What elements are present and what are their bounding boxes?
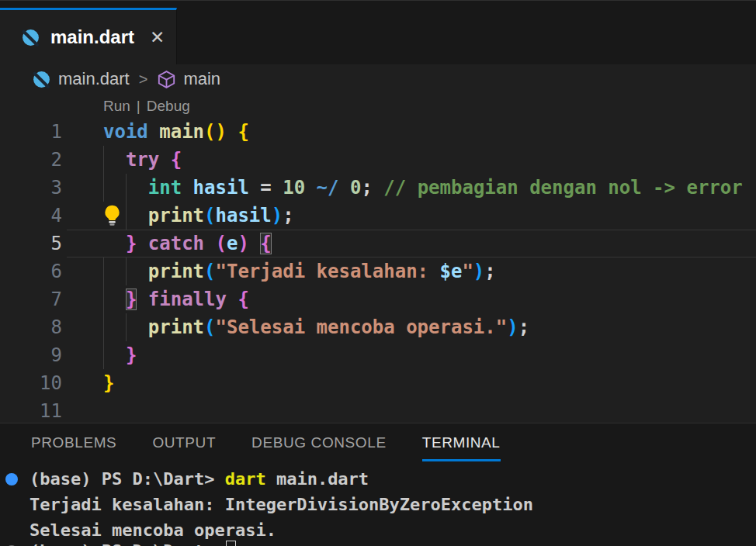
code-token [249,233,260,254]
code-token: ; [518,316,529,338]
terminal-line: Terjadi kesalahan: IntegerDivisionByZero… [0,492,756,517]
code-token: () [204,121,227,143]
code-text: print("Terjadi kesalahan: $e"); [103,257,496,285]
code-token: hasil [193,177,249,199]
line-number: 8 [0,313,62,341]
breadcrumb: main.dart > main [0,64,756,94]
code-line[interactable]: 4 print(hasil); [0,202,756,230]
code-token: } [126,344,137,366]
code-token [137,233,147,254]
line-number: 2 [0,146,62,174]
code-token [182,177,192,199]
panel-tab-debug-console[interactable]: DEBUG CONSOLE [251,431,387,454]
codelens-separator: | [137,98,140,115]
tab-bar: main.dart ✕ [0,8,756,64]
dart-file-icon [21,28,40,47]
code-token: "Terjadi kesalahan: [216,261,440,282]
code-token: hasil [216,205,272,226]
code-token [103,344,126,366]
code-token: print [148,205,204,226]
code-token: } [126,289,137,310]
code-token: print [148,261,204,282]
panel-tab-terminal[interactable]: TERMINAL [422,431,501,454]
editor-tab-main-dart[interactable]: main.dart ✕ [0,8,177,64]
command-decoration-icon[interactable] [5,473,18,486]
code-line[interactable]: 3 int hasil = 10 ~/ 0; // pembagian deng… [0,174,756,202]
code-token: // pembagian dengan nol -> error [383,177,742,199]
code-line[interactable]: 8 print("Selesai mencoba operasi."); [0,313,756,341]
editor: Run | Debug 1void main() {2 try {3 int h… [0,94,756,423]
terminal[interactable]: (base) PS D:\Dart> dart main.dartTerjadi… [0,466,756,546]
line-number: 9 [0,341,62,369]
line-number: 10 [0,369,62,397]
code-token: } [126,233,137,254]
code-text: try { [103,146,182,174]
code-token [305,177,316,199]
breadcrumb-item-file[interactable]: main.dart [58,69,130,89]
line-number: 3 [0,174,62,202]
code-token [103,261,148,282]
code-token [338,177,349,199]
code-token: ; [361,177,383,199]
code-text: void main() { [103,118,249,146]
breadcrumb-item-symbol[interactable]: main [183,69,220,89]
code-token: ) [507,316,518,338]
code-token: ) [272,205,283,226]
terminal-text: Terjadi kesalahan: IntegerDivisionByZero… [29,495,533,514]
code-line[interactable]: 2 try { [0,146,756,174]
code-token: print [148,316,204,338]
code-token: ( [204,205,215,226]
panel-tab-problems[interactable]: PROBLEMS [31,431,116,454]
code-token: ; [484,261,495,282]
code-token: ) [473,261,484,282]
line-number: 11 [0,397,62,423]
line-number: 5 [0,230,62,257]
code-text: } finally { [103,285,249,313]
code-token: "Selesai mencoba operasi." [216,316,508,338]
code-text: } [103,369,114,397]
code-token [103,149,126,171]
code-line[interactable]: 5 } catch (e) { [0,230,756,257]
terminal-text: (base) PS D:\Dart> [29,541,225,546]
code-token: 0 [350,177,361,199]
line-number: 1 [0,118,62,146]
code-text: } catch (e) { [103,230,272,257]
code-token [159,149,170,171]
code-token: { [238,121,248,143]
code-token [103,316,148,338]
terminal-text: (base) PS D:\Dart> [29,469,225,489]
code-lines: 1void main() {2 try {3 int hasil = 10 ~/… [0,118,756,423]
symbol-method-icon [157,70,176,89]
code-line[interactable]: 9 } [0,341,756,369]
code-token: { [260,233,271,254]
panel-tabs: PROBLEMSOUTPUTDEBUG CONSOLETERMINAL [0,423,756,462]
code-token: ; [283,205,293,226]
code-line[interactable]: 6 print("Terjadi kesalahan: $e"); [0,257,756,285]
code-token: e [227,233,238,254]
terminal-line: (base) PS D:\Dart> dart main.dart [0,466,756,492]
line-number: 4 [0,202,62,230]
code-line[interactable]: 7 } finally { [0,285,756,313]
code-token: { [238,289,248,310]
code-token [103,289,126,310]
code-token [204,233,215,254]
code-token: int [148,177,182,199]
code-token [148,121,159,143]
close-icon[interactable]: ✕ [150,29,165,47]
code-token: ( [204,261,215,282]
code-token [227,289,238,310]
code-text: print("Selesai mencoba operasi."); [103,313,529,341]
panel: PROBLEMSOUTPUTDEBUG CONSOLETERMINAL (bas… [0,423,756,546]
code-line[interactable]: 10} [0,369,756,397]
dart-file-icon [32,70,51,89]
terminal-cursor [226,541,236,546]
code-line[interactable]: 11 [0,397,756,423]
code-token: try [126,149,159,171]
panel-tab-output[interactable]: OUTPUT [152,431,216,454]
run-link[interactable]: Run [103,98,130,115]
debug-link[interactable]: Debug [147,98,190,115]
code-token: ( [204,316,215,338]
code-line[interactable]: 1void main() { [0,118,756,146]
title-bar [0,0,756,8]
terminal-line: (base) PS D:\Dart> [0,538,756,546]
